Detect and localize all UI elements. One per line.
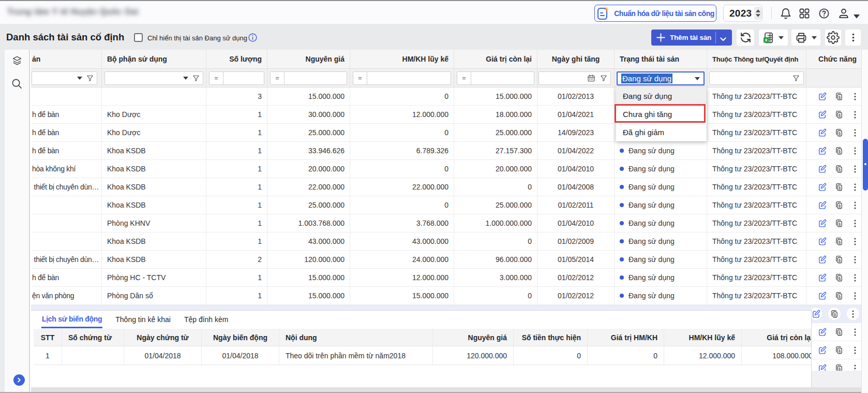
svg-text:x: x [765,37,768,42]
